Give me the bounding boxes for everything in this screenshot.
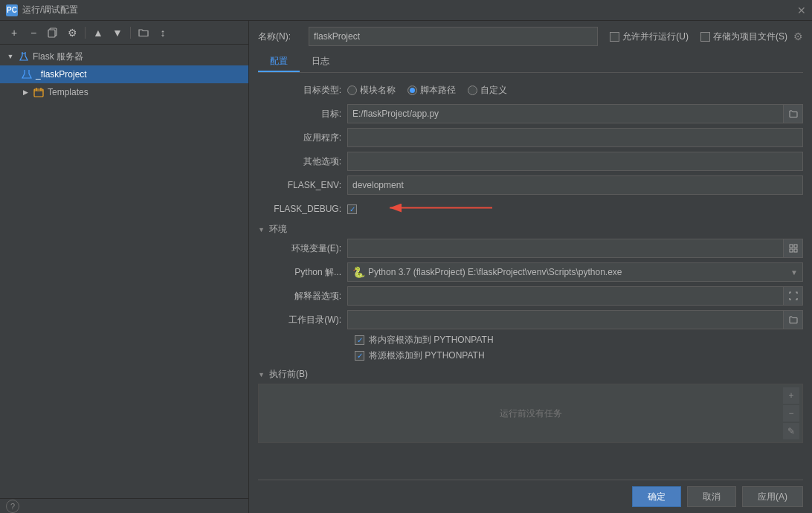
separator-2 — [130, 27, 131, 39]
left-toolbar: + − ⚙ ▲ ▼ ↕ — [0, 21, 248, 45]
main-container: + − ⚙ ▲ ▼ ↕ ▼ — [0, 21, 812, 513]
name-input[interactable] — [309, 27, 598, 46]
radio-script-text: 脚本路径 — [420, 84, 456, 97]
tab-log[interactable]: 日志 — [300, 52, 341, 72]
env-section-arrow: ▼ — [258, 226, 265, 233]
python-interp-value: 🐍 Python 3.7 (flaskProject) E:\flaskProj… — [347, 262, 803, 282]
flask-debug-row: FLASK_DEBUG: — [258, 199, 803, 219]
env-vars-input-container — [347, 239, 803, 258]
templates-icon — [33, 86, 45, 98]
target-value — [347, 104, 803, 123]
exec-edit-button[interactable]: ✎ — [783, 423, 799, 439]
flaskproject-icon — [21, 68, 33, 80]
close-button[interactable]: ✕ — [797, 4, 806, 16]
allow-parallel-checkbox[interactable] — [610, 32, 619, 42]
python-interp-select[interactable]: 🐍 Python 3.7 (flaskProject) E:\flaskProj… — [347, 262, 803, 282]
settings-gear-icon[interactable]: ⚙ — [793, 30, 803, 42]
env-section-header[interactable]: ▼ 环境 — [258, 223, 803, 236]
name-row: 名称(N): 允许并行运行(U) 存储为项目文件(S) ⚙ — [258, 27, 803, 46]
work-dir-browse-button[interactable] — [784, 310, 803, 329]
flask-env-input[interactable] — [347, 175, 803, 195]
flask-env-value — [347, 175, 803, 195]
source-root-label: 将源根添加到 PYTHONPATH — [369, 349, 485, 362]
bottom-buttons: 确定 取消 应用(A) — [258, 480, 803, 507]
interp-options-container — [347, 286, 803, 306]
bottom-bar: ? — [0, 498, 248, 513]
flask-env-label: FLASK_ENV: — [258, 180, 347, 190]
exec-add-button[interactable]: + — [783, 387, 799, 404]
add-config-button[interactable]: + — [6, 25, 22, 41]
save-project-checkbox[interactable] — [700, 32, 710, 42]
app-value — [347, 128, 803, 147]
app-row: 应用程序: — [258, 128, 803, 147]
copy-config-button[interactable] — [45, 25, 61, 41]
env-vars-browse-button[interactable] — [784, 239, 803, 258]
app-icon: PC — [6, 4, 18, 16]
app-input[interactable] — [347, 128, 803, 147]
env-vars-input[interactable] — [347, 239, 784, 258]
env-vars-value — [347, 239, 803, 258]
target-row: 目标: — [258, 104, 803, 123]
exec-remove-button[interactable]: − — [783, 405, 799, 422]
cancel-button[interactable]: 取消 — [687, 486, 736, 507]
flask-group-arrow: ▼ — [6, 52, 15, 61]
exec-before-header[interactable]: ▼ 执行前(B) — [258, 368, 803, 381]
pythonpath-content-checkbox[interactable] — [355, 335, 364, 345]
move-down-button[interactable]: ▼ — [109, 25, 126, 41]
help-button[interactable]: ? — [6, 500, 19, 513]
radio-script[interactable] — [407, 86, 417, 95]
radio-custom[interactable] — [468, 86, 477, 95]
radio-module-text: 模块名称 — [360, 84, 396, 97]
interp-options-value — [347, 286, 803, 306]
settings-button[interactable]: ⚙ — [64, 25, 80, 41]
templates-label: Templates — [48, 87, 88, 97]
svg-rect-9 — [794, 249, 797, 252]
flask-icon — [18, 51, 30, 62]
folder-button[interactable] — [135, 25, 152, 41]
svg-rect-6 — [790, 245, 793, 248]
interp-options-input[interactable] — [347, 286, 784, 306]
tab-config[interactable]: 配置 — [258, 52, 300, 72]
tree-item-templates[interactable]: ▶ Templates — [0, 83, 248, 101]
python-interp-row: Python 解... 🐍 Python 3.7 (flaskProject) … — [258, 262, 803, 282]
env-vars-label: 环境变量(E): — [258, 242, 347, 255]
remove-config-button[interactable]: − — [25, 25, 42, 41]
svg-rect-7 — [794, 245, 797, 248]
tree-item-flask-group[interactable]: ▼ Flask 服务器 — [0, 48, 248, 65]
save-project-checkbox-label[interactable]: 存储为项目文件(S) — [700, 30, 787, 43]
flask-project-label: _flaskProject — [36, 69, 87, 80]
target-browse-button[interactable] — [784, 104, 803, 123]
allow-parallel-checkbox-label[interactable]: 允许并行运行(U) — [610, 30, 689, 43]
svg-rect-1 — [48, 30, 55, 37]
radio-script-label[interactable]: 脚本路径 — [407, 84, 456, 97]
pythonpath-content-row: 将内容根添加到 PYTHONPATH — [258, 334, 803, 346]
work-dir-input[interactable] — [347, 310, 784, 329]
python-interp-dropdown-arrow: ▼ — [790, 268, 798, 277]
radio-module[interactable] — [347, 86, 357, 95]
save-project-label: 存储为项目文件(S) — [713, 30, 787, 43]
target-type-label: 目标类型: — [258, 84, 347, 97]
work-dir-label: 工作目录(W): — [258, 314, 347, 326]
target-input[interactable] — [347, 104, 784, 123]
radio-custom-text: 自定义 — [480, 84, 507, 97]
title-bar: PC 运行/调试配置 ✕ — [0, 0, 812, 21]
exec-before-empty-area: 运行前没有任务 + − ✎ — [258, 384, 803, 443]
red-arrow-indicator — [381, 201, 500, 218]
sort-button[interactable]: ↕ — [155, 25, 171, 41]
separator-1 — [85, 27, 86, 39]
tree-item-flask-project[interactable]: _flaskProject — [0, 65, 248, 83]
interp-options-expand-button[interactable] — [784, 286, 803, 306]
apply-button[interactable]: 应用(A) — [742, 486, 803, 507]
ok-button[interactable]: 确定 — [632, 486, 681, 507]
radio-custom-label[interactable]: 自定义 — [468, 84, 507, 97]
source-root-checkbox[interactable] — [355, 351, 364, 361]
target-label: 目标: — [258, 108, 347, 120]
radio-module-label[interactable]: 模块名称 — [347, 84, 396, 97]
move-up-button[interactable]: ▲ — [90, 25, 106, 41]
flask-debug-checkbox[interactable] — [347, 204, 357, 214]
flask-env-row: FLASK_ENV: — [258, 175, 803, 195]
options-input[interactable] — [347, 152, 803, 171]
right-panel: 名称(N): 允许并行运行(U) 存储为项目文件(S) ⚙ 配置 日志 — [249, 21, 812, 513]
source-root-row: 将源根添加到 PYTHONPATH — [258, 349, 803, 362]
left-panel: + − ⚙ ▲ ▼ ↕ ▼ — [0, 21, 249, 513]
